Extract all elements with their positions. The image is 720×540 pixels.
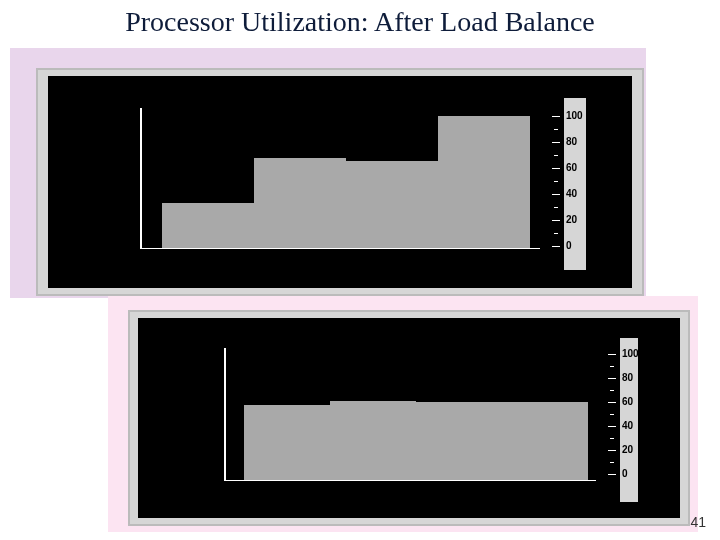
ytick-r-20-top: 20 <box>566 214 577 225</box>
xtick-bot-2: 2 <box>454 484 460 495</box>
xtick-top-0: 0 <box>204 252 210 263</box>
chart-panel-bottom: Intervals 0-4160 Msgs % Processor 0 0 1 <box>128 310 690 526</box>
ytick-r-0-top: 0 <box>566 240 572 251</box>
chart-panel-top: Intervals 0-4850 Msgs % Processor 0 <box>36 68 644 296</box>
chart-title-top: Intervals 0-4850 <box>48 78 632 92</box>
xtick-top-1: 1 <box>296 252 302 263</box>
ytick-r-80-top: 80 <box>566 136 577 147</box>
bar-bot-3 <box>502 402 589 480</box>
ytick-left-0-top: 0 <box>120 241 126 252</box>
right-scale-top: 100 80 60 40 20 0 <box>552 98 564 270</box>
ytick-r-80-bot: 80 <box>622 372 633 383</box>
plot-area-bot: 0 0 1 2 3 <box>196 338 608 502</box>
bar-bot-0 <box>244 405 331 480</box>
xtick-bot-0: 0 <box>282 484 288 495</box>
bar-top-3 <box>438 116 531 248</box>
ytick-r-20-bot: 20 <box>622 444 633 455</box>
bar-top-2 <box>346 161 439 248</box>
ytick-r-40-bot: 40 <box>622 420 633 431</box>
ytick-r-60-bot: 60 <box>622 396 633 407</box>
y-left-label-top: Msgs <box>48 168 106 180</box>
xtick-bot-1: 1 <box>368 484 374 495</box>
bar-bot-1 <box>330 401 417 480</box>
xtick-bot-3: 3 <box>540 484 546 495</box>
plot-area-top: 0 0 1 2 3 <box>110 98 552 270</box>
ytick-r-100-top: 100 <box>566 110 583 121</box>
x-label-bot: Processor <box>138 503 680 514</box>
x-label-top: Processor <box>48 271 632 282</box>
bar-top-1 <box>254 158 347 248</box>
y-right-label-top: % <box>608 162 619 176</box>
bar-bot-2 <box>416 402 503 480</box>
y-left-label-bot: Msgs <box>138 404 192 416</box>
ytick-left-0-bot: 0 <box>206 473 212 484</box>
ytick-r-0-bot: 0 <box>622 468 628 479</box>
y-right-label-bot: % <box>658 400 669 414</box>
xtick-top-3: 3 <box>480 252 486 263</box>
ytick-r-40-top: 40 <box>566 188 577 199</box>
ytick-r-100-bot: 100 <box>622 348 639 359</box>
slide-number: 41 <box>690 514 706 530</box>
xtick-top-2: 2 <box>388 252 394 263</box>
bar-top-0 <box>162 203 255 248</box>
ytick-r-60-top: 60 <box>566 162 577 173</box>
chart-title-bot: Intervals 0-4160 <box>138 320 680 334</box>
right-scale-bot: 100 80 60 40 20 0 <box>608 338 620 502</box>
page-title: Processor Utilization: After Load Balanc… <box>0 6 720 38</box>
